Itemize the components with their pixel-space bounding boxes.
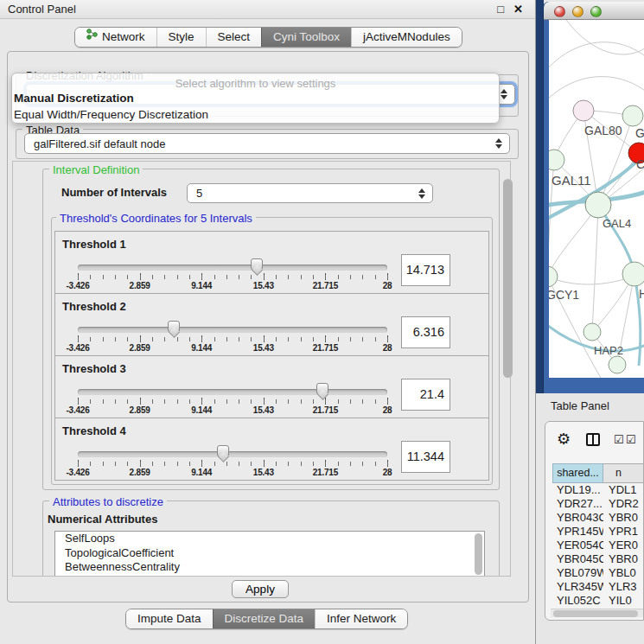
- network-node[interactable]: [583, 323, 601, 341]
- slider-handle[interactable]: [168, 321, 180, 332]
- table-row[interactable]: YLR345W YLR3: [552, 580, 644, 594]
- popup-placeholder: Select algorithm to view settings: [12, 73, 499, 90]
- tick-label: 2.859: [130, 281, 150, 290]
- table-row[interactable]: YPR145W YPR1: [552, 525, 644, 539]
- threshold-value-box[interactable]: 6.316: [401, 316, 450, 348]
- float-window-icon[interactable]: □: [497, 0, 504, 19]
- gear-icon[interactable]: ⚙: [557, 430, 571, 449]
- combo-arrows-icon: [501, 89, 507, 99]
- tick-label: 21.715: [313, 468, 338, 477]
- table-row[interactable]: YER054C YER0: [552, 539, 644, 552]
- table-horizontal-scrollbar[interactable]: [551, 609, 643, 617]
- table-row[interactable]: YBR045C YBR0: [552, 552, 644, 566]
- network-node[interactable]: [585, 192, 611, 218]
- number-of-intervals-combobox[interactable]: 5: [187, 183, 433, 203]
- network-window-titlebar[interactable]: [544, 2, 644, 20]
- threshold-slider[interactable]: -3.426 2.859 9.144 15.43 21.715 28: [78, 232, 387, 295]
- network-edge: [549, 77, 644, 102]
- mac-zoom-button[interactable]: [590, 6, 602, 17]
- threshold-slider[interactable]: -3.426 2.859 9.144 15.43 21.715 28: [78, 356, 387, 419]
- table-cell[interactable]: YER0: [603, 539, 644, 552]
- popup-option-manual-discretization[interactable]: Manual Discretization: [12, 90, 499, 106]
- slider-track[interactable]: [78, 451, 387, 457]
- slider-handle[interactable]: [217, 445, 229, 456]
- attribute-list-item[interactable]: TopologicalCoefficient: [55, 546, 484, 561]
- apply-button[interactable]: Apply: [232, 580, 289, 598]
- checkbox-icon[interactable]: ☑: [614, 433, 624, 446]
- table-cell[interactable]: YPR145W: [552, 525, 603, 539]
- slider-handle[interactable]: [316, 383, 328, 394]
- tab-jactivemnodules[interactable]: jActiveMNodules: [351, 28, 462, 47]
- table-cell[interactable]: YBL079W: [552, 566, 603, 580]
- table-cell[interactable]: YLR345W: [552, 580, 603, 594]
- slider-minor-ticks: [78, 337, 388, 341]
- threshold-rows-container: Threshold 1 -3.426 2.859 9.144 15.43 21.…: [54, 231, 489, 481]
- network-node[interactable]: [622, 262, 644, 286]
- table-row[interactable]: YDL19... YDL1: [552, 483, 644, 497]
- column-header-shared-name[interactable]: shared...: [552, 463, 603, 483]
- tab-discretize-data[interactable]: Discretize Data: [213, 609, 316, 628]
- attribute-list-item[interactable]: BetweennessCentrality: [55, 560, 484, 575]
- table-cell[interactable]: YBR043C: [552, 511, 603, 525]
- tab-select[interactable]: Select: [206, 28, 262, 47]
- checkbox-icon[interactable]: ☑: [626, 433, 636, 446]
- tab-cyni-toolbox[interactable]: Cyni Toolbox: [261, 28, 351, 47]
- slider-track[interactable]: [78, 389, 387, 395]
- network-canvas[interactable]: GAL80GACGAL11GAL4GCY1HHAP2: [549, 20, 644, 378]
- tab-style[interactable]: Style: [156, 28, 206, 47]
- table-row[interactable]: YDR27... YDR2: [552, 497, 644, 511]
- network-node[interactable]: [609, 356, 626, 373]
- table-cell[interactable]: YDL19...: [552, 483, 603, 497]
- table-cell[interactable]: YDL1: [603, 483, 644, 497]
- network-node[interactable]: [549, 266, 558, 287]
- tab-impute-data[interactable]: Impute Data: [126, 609, 213, 628]
- threshold-value-box[interactable]: 11.344: [401, 441, 450, 473]
- tick-label: 28: [383, 405, 392, 415]
- network-node[interactable]: [573, 100, 594, 121]
- tick-label: 9.144: [191, 281, 212, 290]
- table-cell[interactable]: YIL052C: [552, 594, 603, 608]
- network-node-label: HAP2: [594, 344, 623, 357]
- table-row[interactable]: YBL079W YBL0: [552, 566, 644, 580]
- table-cell[interactable]: YPR1: [603, 525, 644, 539]
- threshold-value-box[interactable]: 14.713: [401, 254, 450, 286]
- network-node[interactable]: [622, 105, 643, 126]
- tab-network[interactable]: Network: [75, 28, 156, 47]
- threshold-slider[interactable]: -3.426 2.859 9.144 15.43 21.715 28: [78, 418, 387, 481]
- popup-option-equal-width-frequency[interactable]: Equal Width/Frequency Discretization: [12, 106, 499, 123]
- split-columns-icon[interactable]: [586, 433, 600, 446]
- table-cell[interactable]: YDR2: [603, 497, 644, 511]
- tab-label: Infer Network: [327, 609, 396, 628]
- settings-vertical-scrollbar[interactable]: [503, 179, 513, 378]
- attribute-list-item[interactable]: SelfLoops: [55, 532, 484, 546]
- network-node-label: GAL11: [552, 173, 591, 188]
- numerical-attributes-list[interactable]: SelfLoops TopologicalCoefficient Between…: [54, 531, 485, 577]
- table-cell[interactable]: YBL0: [603, 566, 644, 580]
- slider-track[interactable]: [78, 265, 387, 271]
- slider-track[interactable]: [78, 327, 387, 333]
- table-row[interactable]: YBR043C YBR0: [552, 511, 644, 525]
- mac-minimize-button[interactable]: [572, 6, 583, 17]
- tab-label: Style: [169, 28, 194, 47]
- tick-label: 15.43: [253, 468, 274, 477]
- table-cell[interactable]: YBR0: [603, 511, 644, 525]
- table-cell[interactable]: YER054C: [552, 539, 603, 552]
- threshold-value-box[interactable]: 21.4: [401, 379, 450, 411]
- table-cell[interactable]: YIL0: [603, 594, 644, 608]
- scrollbar-thumb[interactable]: [553, 610, 638, 617]
- tab-infer-network[interactable]: Infer Network: [315, 609, 407, 628]
- table-cell[interactable]: YBR045C: [552, 552, 603, 566]
- close-icon[interactable]: ✕: [513, 0, 523, 19]
- network-icon: [86, 28, 98, 47]
- table-data-combobox[interactable]: galFiltered.sif default node: [24, 133, 510, 154]
- attribute-list-scrollbar[interactable]: [475, 533, 482, 575]
- column-header-name[interactable]: n: [603, 463, 644, 483]
- combo-arrows-icon: [495, 138, 502, 149]
- mac-close-button[interactable]: [554, 6, 565, 17]
- slider-handle[interactable]: [251, 258, 263, 270]
- table-row[interactable]: YIL052C YIL0: [552, 594, 644, 608]
- table-cell[interactable]: YDR27...: [552, 497, 603, 511]
- table-cell[interactable]: YBR0: [603, 552, 644, 566]
- table-cell[interactable]: YLR3: [603, 580, 644, 594]
- threshold-slider[interactable]: -3.426 2.859 9.144 15.43 21.715 28: [78, 294, 387, 357]
